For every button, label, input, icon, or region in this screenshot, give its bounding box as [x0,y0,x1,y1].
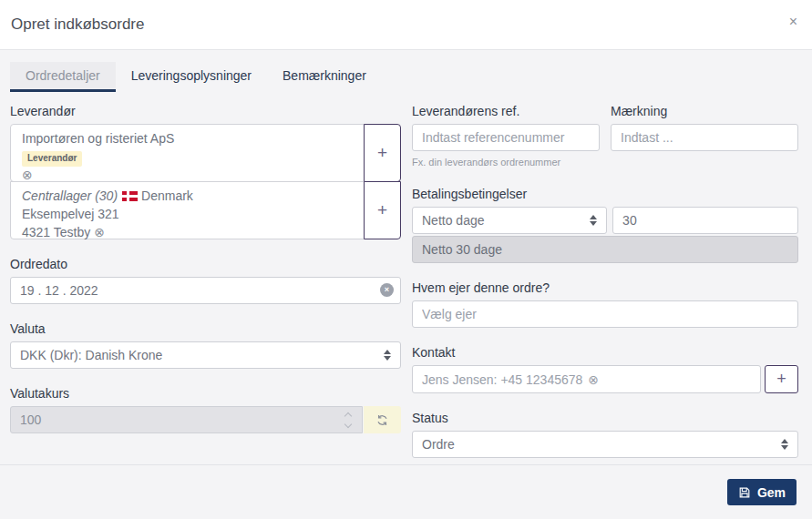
add-supplier-button[interactable]: + [364,124,401,182]
modal-header: Opret indkøbsordre × [0,0,812,50]
warehouse-address-line1: Eksempelvej 321 [22,206,353,224]
exchange-rate-label: Valutakurs [10,386,401,401]
exchange-rate-row: 100 [10,406,401,433]
payment-terms-row: Netto dage [412,207,798,234]
marking-group: Mærkning [611,104,798,168]
supplier-warehouse-row: Centrallager (30)Denmark Eksempelvej 321… [10,181,401,239]
modal-body: Ordredetaljer Leveringsoplysninger Bemær… [0,50,812,464]
order-date-label: Ordredato [10,257,401,271]
owner-label: Hvem ejer denne ordre? [412,280,798,295]
tabbar: Ordredetaljer Leveringsoplysninger Bemær… [10,62,798,92]
supplier-ref-input[interactable] [412,124,600,151]
left-column: Leverandør Importøren og risteriet ApS L… [10,104,401,458]
warehouse-name-line: Centrallager (30)Denmark [22,188,353,206]
supplier-ref-label: Leverandørens ref. [412,104,600,118]
number-spinner-icon [345,413,351,427]
tab-ordredetaljer[interactable]: Ordredetaljer [10,62,116,92]
save-button[interactable]: Gem [727,479,797,505]
owner-input[interactable] [412,300,798,328]
payment-terms-summary: Netto 30 dage [412,236,798,263]
payment-terms-days-input[interactable] [612,207,798,234]
payment-terms-label: Betalingsbetingelser [412,187,798,201]
supplier-company-name: Importøren og risteriet ApS [22,130,353,148]
currency-select[interactable]: DKK (Dkr): Danish Krone [10,341,401,369]
select-arrows-icon [590,215,597,226]
supplier-company-card[interactable]: Importøren og risteriet ApS Leverandør ⊗ [10,124,365,182]
supplier-badge: Leverandør [22,151,82,167]
remove-warehouse-icon[interactable]: ⊗ [94,225,105,239]
supplier-warehouse-card[interactable]: Centrallager (30)Denmark Eksempelvej 321… [10,181,365,239]
create-purchase-order-modal: Opret indkøbsordre × Ordredetaljer Lever… [0,0,812,519]
close-icon[interactable]: × [789,15,797,29]
denmark-flag-icon [122,191,138,201]
refresh-icon [375,413,389,427]
contact-value: Jens Jensen: +45 12345678 [422,372,582,387]
order-date-input[interactable] [10,277,401,304]
status-value: Ordre [422,437,455,452]
tab-bemaerkninger[interactable]: Bemærkninger [267,62,382,92]
add-contact-button[interactable]: + [765,365,798,393]
supplier-ref-group: Leverandørens ref. Fx. din leverandørs o… [412,104,600,168]
warehouse-name: Centrallager (30) [22,188,118,203]
save-button-label: Gem [757,485,786,500]
clear-date-icon[interactable]: × [380,283,394,297]
modal-footer: Gem [0,464,812,519]
supplier-ref-help: Fx. din leverandørs ordrenummer [412,157,600,168]
order-date-wrap: × [10,277,401,304]
add-warehouse-button[interactable]: + [364,181,401,239]
status-label: Status [412,411,798,425]
supplier-label: Leverandør [10,104,401,118]
payment-terms-select[interactable]: Netto dage [412,207,607,234]
currency-value: DKK (Dkr): Danish Krone [20,348,162,362]
contact-field[interactable]: Jens Jensen: +45 12345678 ⊗ [412,365,761,393]
modal-title: Opret indkøbsordre [11,15,144,34]
payment-terms-type: Netto dage [422,213,485,228]
warehouse-address-line2: 4321 Testby [22,225,90,239]
right-column: Leverandørens ref. Fx. din leverandørs o… [412,104,798,458]
warehouse-country: Denmark [141,188,193,203]
form-columns: Leverandør Importøren og risteriet ApS L… [10,104,798,458]
refresh-rate-button[interactable] [364,406,401,433]
select-arrows-icon [781,439,788,450]
ref-marking-row: Leverandørens ref. Fx. din leverandørs o… [412,104,798,168]
status-select[interactable]: Ordre [412,431,798,458]
tab-leveringsoplysninger[interactable]: Leveringsoplysninger [116,62,267,92]
supplier-company-row: Importøren og risteriet ApS Leverandør ⊗… [10,124,401,182]
contact-row: Jens Jensen: +45 12345678 ⊗ + [412,365,798,393]
select-arrows-icon [384,350,391,361]
currency-label: Valuta [10,321,401,336]
marking-input[interactable] [611,124,798,151]
save-disk-icon [738,486,751,499]
exchange-rate-input: 100 [10,406,363,433]
remove-supplier-icon[interactable]: ⊗ [22,168,33,182]
contact-label: Kontakt [412,345,798,360]
remove-contact-icon[interactable]: ⊗ [588,372,599,387]
exchange-rate-value: 100 [20,412,41,427]
marking-label: Mærkning [611,104,798,118]
